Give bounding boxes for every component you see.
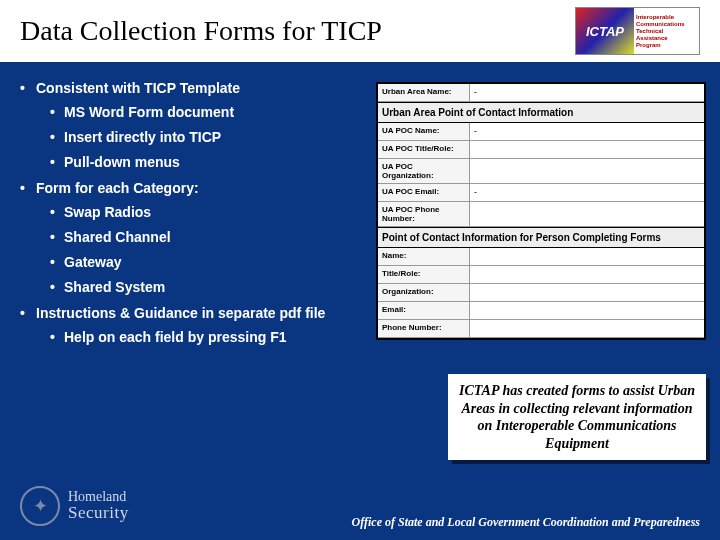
form-row: Urban Area Name: - bbox=[378, 84, 704, 102]
seal-line-2: Security bbox=[68, 504, 129, 522]
form-row: UA POC Name:- bbox=[378, 123, 704, 141]
form-preview: Urban Area Name: - Urban Area Point of C… bbox=[376, 82, 706, 340]
ictap-logo-text: Interoperable Communications Technical A… bbox=[634, 12, 687, 51]
title-bar: Data Collection Forms for TICP ICTAP Int… bbox=[0, 0, 720, 62]
form-row: UA POC Organization: bbox=[378, 159, 704, 184]
seal-line-1: Homeland bbox=[68, 490, 129, 505]
form-row: UA POC Phone Number: bbox=[378, 202, 704, 227]
form-row: Name: bbox=[378, 248, 704, 266]
form-row: Title/Role: bbox=[378, 266, 704, 284]
dhs-seal: ✦ Homeland Security bbox=[20, 486, 129, 526]
form-section-header: Point of Contact Information for Person … bbox=[378, 227, 704, 248]
ictap-logo-abbr: ICTAP bbox=[576, 8, 634, 54]
ictap-logo: ICTAP Interoperable Communications Techn… bbox=[575, 7, 700, 55]
form-row: Organization: bbox=[378, 284, 704, 302]
eagle-icon: ✦ bbox=[20, 486, 60, 526]
form-row: Phone Number: bbox=[378, 320, 704, 338]
form-row: Email: bbox=[378, 302, 704, 320]
footer-text: Office of State and Local Government Coo… bbox=[352, 515, 700, 530]
form-row: UA POC Email:- bbox=[378, 184, 704, 202]
slide-title: Data Collection Forms for TICP bbox=[20, 15, 382, 47]
form-section-header: Urban Area Point of Contact Information bbox=[378, 102, 704, 123]
form-row: UA POC Title/Role: bbox=[378, 141, 704, 159]
callout-box: ICTAP has created forms to assist Urban … bbox=[448, 374, 706, 460]
